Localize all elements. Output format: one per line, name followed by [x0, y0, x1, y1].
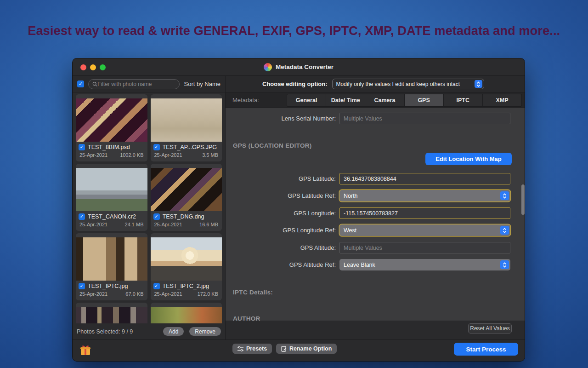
- gps-latitude-ref-label: GPS Latitude Ref:: [226, 192, 336, 199]
- presets-label: Presets: [246, 345, 267, 352]
- photo-cell[interactable]: ✓TEST_DNG.dng25-Apr-202116.6 MB: [151, 164, 222, 231]
- tab-camera[interactable]: Camera: [365, 94, 404, 106]
- gps-latitude-ref-select[interactable]: North: [339, 190, 510, 201]
- photo-cell[interactable]: ✓TEST_IPTC_2.jpg25-Apr-2021172.0 KB: [151, 233, 222, 300]
- gps-latitude-label: GPS Latitude:: [226, 175, 336, 182]
- photo-size: 3.5 MB: [202, 152, 218, 161]
- title-bar: Metadata Converter: [73, 58, 525, 76]
- tab-gps[interactable]: GPS: [405, 94, 443, 106]
- minimize-window-button[interactable]: [90, 64, 96, 70]
- zoom-window-button[interactable]: [100, 64, 106, 70]
- add-photos-button[interactable]: Add: [163, 327, 184, 336]
- editing-option-toolbar: Choose editing option: Modify only the v…: [226, 76, 525, 92]
- photo-name: TEST_AP...GPS.JPG: [163, 144, 217, 150]
- photo-cell[interactable]: ✓TEST_CANON.cr225-Apr-202124.1 MB: [76, 164, 147, 231]
- gps-altitude-ref-select[interactable]: Leave Blank: [339, 259, 510, 270]
- photo-name: TEST_8BIM.psd: [88, 144, 130, 150]
- cell-pad: [151, 233, 222, 237]
- photo-checkbox[interactable]: ✓: [153, 283, 160, 289]
- photo-name: TEST_IPTC_2.jpg: [163, 283, 209, 289]
- photo-thumbnail: [76, 307, 147, 323]
- close-window-button[interactable]: [80, 64, 86, 70]
- gps-altitude-label: GPS Altitude:: [226, 244, 336, 251]
- gps-longitude-input[interactable]: -115.1574500783827: [339, 207, 510, 219]
- gps-section-title: GPS (LOCATION EDITOR): [233, 142, 312, 149]
- rename-option-button[interactable]: Rename Option: [276, 344, 337, 354]
- photo-meta-row: 25-Apr-2021172.0 KB: [151, 291, 222, 300]
- tab-date-time[interactable]: Date/ Time: [326, 94, 365, 106]
- tab-xmp[interactable]: XMP: [483, 94, 521, 106]
- photo-date: 25-Apr-2021: [154, 291, 182, 300]
- photo-checkbox[interactable]: ✓: [153, 213, 160, 220]
- gps-longitude-ref-label: GPS Longitude Ref:: [226, 227, 336, 234]
- footer-bar: Presets Rename Option Start Process: [73, 339, 525, 362]
- photo-toolbar: ✓ Sort by Name: [73, 76, 226, 92]
- traffic-lights: [80, 64, 106, 70]
- photo-name-row: ✓TEST_DNG.dng: [151, 211, 222, 222]
- lens-serial-input[interactable]: Multiple Values: [339, 113, 510, 124]
- photo-meta-row: 25-Apr-20213.5 MB: [151, 152, 222, 161]
- photo-name-row: ✓TEST_AP...GPS.JPG: [151, 142, 222, 152]
- marketing-headline: Easiest way to read & write GENERAL, EXI…: [0, 24, 588, 38]
- remove-photos-button[interactable]: Remove: [189, 327, 221, 336]
- gift-icon[interactable]: [79, 344, 92, 356]
- gps-field-row: GPS Altitude Ref:Leave Blank: [226, 259, 525, 270]
- cell-pad: [151, 303, 222, 307]
- stepper-icon: [475, 80, 482, 88]
- photo-cell[interactable]: [76, 303, 147, 323]
- presets-button[interactable]: Presets: [232, 344, 272, 354]
- photo-thumbnail: [151, 237, 222, 281]
- photo-cell[interactable]: [151, 303, 222, 323]
- photo-size: 16.6 MB: [199, 222, 218, 231]
- gps-longitude-ref-select[interactable]: West: [339, 224, 510, 236]
- cell-pad: [151, 94, 222, 98]
- gps-altitude-input[interactable]: Multiple Values: [339, 242, 510, 253]
- photo-meta-row: 25-Apr-202167.0 KB: [76, 291, 147, 300]
- reset-all-values-button[interactable]: Reset All Values: [468, 323, 512, 334]
- photo-list-panel: ✓TEST_8BIM.psd25-Apr-20211002.0 KB✓TEST_…: [73, 92, 226, 339]
- author-section-title: AUTHOR: [233, 315, 260, 321]
- gps-field-row: GPS Latitude Ref:North: [226, 190, 525, 201]
- gps-field-row: GPS Altitude:Multiple Values: [226, 242, 525, 253]
- photo-thumbnail: [151, 307, 222, 323]
- gps-altitude-ref-label: GPS Altitude Ref:: [226, 261, 336, 268]
- photo-name-row: ✓TEST_CANON.cr2: [76, 211, 147, 222]
- gps-latitude-input[interactable]: 36.16437083808844: [339, 173, 510, 184]
- editing-option-select[interactable]: Modify only the values I edit and keep o…: [332, 79, 484, 89]
- edit-location-with-map-button[interactable]: Edit Location With Map: [425, 153, 512, 165]
- photo-checkbox[interactable]: ✓: [79, 213, 85, 220]
- window-title: Metadata Converter: [276, 63, 334, 70]
- photo-name-row: ✓TEST_IPTC_2.jpg: [151, 281, 222, 291]
- gps-field-row: GPS Longitude:-115.1574500783827: [226, 207, 525, 219]
- sort-by-name-button[interactable]: Sort by Name: [184, 80, 220, 87]
- photo-cell[interactable]: ✓TEST_AP...GPS.JPG25-Apr-20213.5 MB: [151, 94, 222, 161]
- photo-date: 25-Apr-2021: [154, 152, 182, 161]
- photo-date: 25-Apr-2021: [79, 291, 107, 300]
- search-icon: [92, 81, 97, 87]
- photo-thumbnail: [76, 237, 147, 281]
- photo-cell[interactable]: ✓TEST_IPTC.jpg25-Apr-202167.0 KB: [76, 233, 147, 300]
- start-process-button[interactable]: Start Process: [454, 343, 518, 356]
- gps-field-row: GPS Latitude:36.16437083808844: [226, 173, 525, 184]
- rename-icon: [281, 346, 287, 352]
- photo-checkbox[interactable]: ✓: [79, 144, 85, 150]
- filter-input[interactable]: [97, 81, 175, 87]
- photo-checkbox[interactable]: ✓: [79, 283, 85, 289]
- photo-thumbnail: [151, 98, 222, 142]
- metadata-scrollbar[interactable]: [521, 184, 525, 215]
- photo-cell[interactable]: ✓TEST_8BIM.psd25-Apr-20211002.0 KB: [76, 94, 147, 161]
- metadata-scroll-area[interactable]: Lens Serial Number: Multiple Values GPS …: [226, 108, 525, 321]
- rename-option-label: Rename Option: [289, 345, 332, 352]
- metadata-tabs: GeneralDate/ TimeCameraGPSIPTCXMP: [287, 94, 522, 107]
- reset-strip: Reset All Values: [226, 321, 525, 339]
- tab-iptc[interactable]: IPTC: [444, 94, 482, 106]
- photo-thumbnail: [76, 168, 147, 211]
- toolbar: ✓ Sort by Name Choose editing option: Mo…: [73, 76, 525, 92]
- lens-serial-label: Lens Serial Number:: [226, 115, 336, 122]
- select-all-checkbox[interactable]: ✓: [77, 80, 84, 87]
- filter-field[interactable]: [88, 79, 180, 89]
- tab-general[interactable]: General: [287, 94, 326, 106]
- metadata-label: Metadata:: [232, 97, 259, 104]
- photo-checkbox[interactable]: ✓: [153, 144, 160, 150]
- cell-pad: [76, 94, 147, 98]
